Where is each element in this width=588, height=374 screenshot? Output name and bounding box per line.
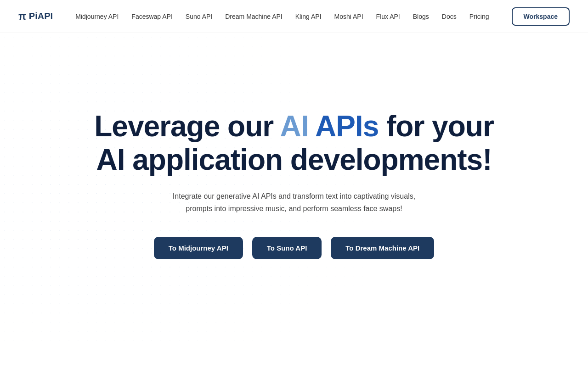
nav-link-flux-api[interactable]: Flux API (376, 13, 400, 20)
cta-button-2[interactable]: To Dream Machine API (331, 237, 434, 259)
hero-title-space (309, 110, 315, 143)
nav-link-faceswap-api[interactable]: Faceswap API (131, 13, 173, 20)
hero-title: Leverage our AI APIs for your AI applica… (94, 110, 494, 177)
nav-link-pricing[interactable]: Pricing (469, 13, 489, 20)
hero-content: Leverage our AI APIs for your AI applica… (94, 110, 494, 260)
hero-title-part1: Leverage our (94, 110, 280, 143)
cta-button-1[interactable]: To Suno API (252, 237, 322, 259)
navbar: π PiAPI Midjourney APIFaceswap APISuno A… (0, 0, 588, 33)
hero-title-ai: AI (280, 110, 309, 143)
hero-title-line2: AI application developments! (96, 143, 492, 176)
hero-subtitle-line2: prompts into impressive music, and perfo… (186, 205, 402, 212)
nav-link-docs[interactable]: Docs (442, 13, 457, 20)
bottom-section: Ignite your generative AI capabilities (0, 345, 588, 374)
logo-text: PiAPI (29, 11, 53, 22)
nav-link-suno-api[interactable]: Suno API (186, 13, 212, 20)
nav-link-kling-api[interactable]: Kling API (295, 13, 322, 20)
hero-buttons: To Midjourney APITo Suno APITo Dream Mac… (94, 237, 494, 259)
workspace-button[interactable]: Workspace (512, 7, 570, 26)
nav-link-blogs[interactable]: Blogs (413, 13, 429, 20)
hero-title-part2: for your (379, 110, 494, 143)
nav-link-moshi-api[interactable]: Moshi API (334, 13, 363, 20)
logo-icon: π (18, 11, 26, 22)
logo[interactable]: π PiAPI (18, 11, 53, 22)
hero-title-apis: APIs (315, 110, 379, 143)
nav-link-dream-machine-api[interactable]: Dream Machine API (225, 13, 283, 20)
nav-links: Midjourney APIFaceswap APISuno APIDream … (75, 12, 489, 21)
nav-link-midjourney-api[interactable]: Midjourney API (75, 13, 119, 20)
hero-subtitle: Integrate our generative AI APIs and tra… (165, 190, 423, 215)
cta-button-0[interactable]: To Midjourney API (154, 237, 243, 259)
hero-subtitle-line1: Integrate our generative AI APIs and tra… (173, 192, 415, 200)
hero-section: Leverage our AI APIs for your AI applica… (0, 33, 588, 345)
